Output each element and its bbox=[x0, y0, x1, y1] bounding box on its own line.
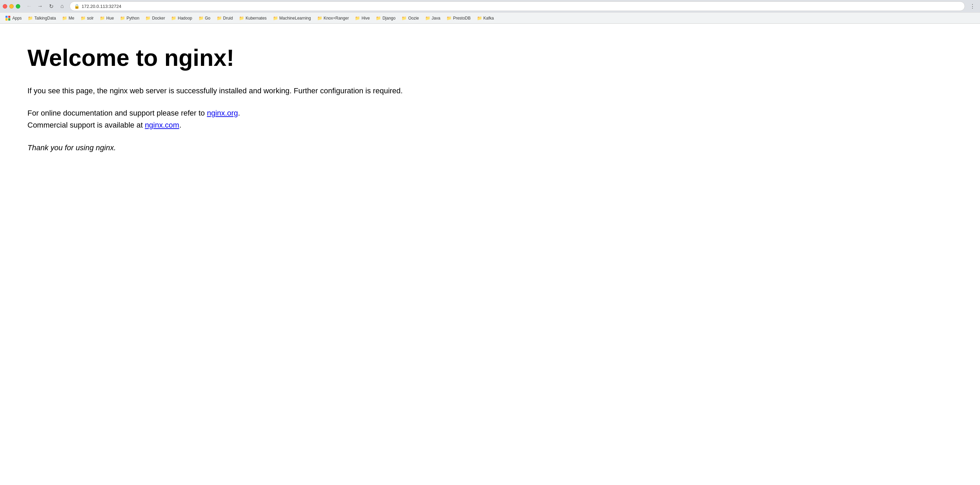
paragraph-2: For online documentation and support ple… bbox=[27, 107, 508, 131]
folder-icon: 📁 bbox=[199, 16, 204, 21]
bookmark-apps[interactable]: Apps bbox=[3, 14, 24, 22]
address-bar-container[interactable]: 🔒 bbox=[70, 2, 965, 11]
reload-button[interactable]: ↻ bbox=[46, 2, 56, 11]
bookmark-label: Hive bbox=[361, 16, 370, 21]
bookmark-knox-ranger[interactable]: 📁 Knox+Ranger bbox=[315, 14, 352, 22]
bookmark-apps-label: Apps bbox=[12, 16, 22, 21]
bookmark-label: Kafka bbox=[484, 16, 494, 21]
bookmark-solr[interactable]: 📁 solr bbox=[78, 14, 96, 22]
bookmark-machinelearning[interactable]: 📁 MachineLearning bbox=[270, 14, 314, 22]
folder-icon: 📁 bbox=[239, 16, 244, 21]
security-icon: 🔒 bbox=[74, 4, 80, 9]
bookmark-label: Python bbox=[127, 16, 139, 21]
bookmark-python[interactable]: 📁 Python bbox=[117, 14, 142, 22]
nav-controls: ← → ↻ ⌂ bbox=[24, 2, 67, 11]
bookmark-docker[interactable]: 📁 Docker bbox=[143, 14, 168, 22]
close-button[interactable] bbox=[3, 4, 7, 9]
folder-icon: 📁 bbox=[425, 16, 430, 21]
page-content: Welcome to nginx! If you see this page, … bbox=[0, 24, 980, 485]
folder-icon: 📁 bbox=[401, 16, 407, 21]
bookmark-java[interactable]: 📁 Java bbox=[422, 14, 443, 22]
folder-icon: 📁 bbox=[477, 16, 482, 21]
nginx-com-link[interactable]: nginx.com bbox=[145, 121, 179, 129]
bookmark-go[interactable]: 📁 Go bbox=[196, 14, 213, 22]
minimize-button[interactable] bbox=[9, 4, 14, 9]
bookmark-label: PrestoDB bbox=[453, 16, 471, 21]
bookmark-label: TalkingData bbox=[34, 16, 56, 21]
folder-icon: 📁 bbox=[376, 16, 381, 21]
folder-icon: 📁 bbox=[273, 16, 278, 21]
bookmark-label: Druid bbox=[223, 16, 233, 21]
bookmark-label: Go bbox=[205, 16, 210, 21]
nginx-org-link[interactable]: nginx.org bbox=[207, 109, 238, 117]
folder-icon: 📁 bbox=[120, 16, 125, 21]
folder-icon: 📁 bbox=[81, 16, 86, 21]
browser-chrome: ← → ↻ ⌂ 🔒 ⋮ Apps 📁 TalkingData bbox=[0, 0, 980, 24]
folder-icon: 📁 bbox=[62, 16, 67, 21]
bookmark-kafka[interactable]: 📁 Kafka bbox=[474, 14, 497, 22]
folder-icon: 📁 bbox=[217, 16, 222, 21]
home-button[interactable]: ⌂ bbox=[57, 2, 67, 11]
bookmark-prestodb[interactable]: 📁 PrestoDB bbox=[444, 14, 473, 22]
traffic-lights bbox=[3, 4, 20, 9]
bookmark-label: Knox+Ranger bbox=[324, 16, 349, 21]
bookmark-hive[interactable]: 📁 Hive bbox=[352, 14, 372, 22]
bookmark-hadoop[interactable]: 📁 Hadoop bbox=[169, 14, 195, 22]
bookmark-label: Hadoop bbox=[178, 16, 192, 21]
folder-icon: 📁 bbox=[28, 16, 33, 21]
title-bar: ← → ↻ ⌂ 🔒 ⋮ bbox=[0, 0, 980, 12]
folder-icon: 📁 bbox=[317, 16, 322, 21]
folder-icon: 📁 bbox=[447, 16, 452, 21]
bookmark-label: solr bbox=[87, 16, 94, 21]
maximize-button[interactable] bbox=[16, 4, 20, 9]
bookmarks-bar: Apps 📁 TalkingData 📁 Me 📁 solr 📁 Hue 📁 P… bbox=[0, 12, 980, 23]
bookmark-me[interactable]: 📁 Me bbox=[59, 14, 77, 22]
paragraph-3: Thank you for using nginx. bbox=[27, 142, 508, 154]
bookmark-label: Java bbox=[432, 16, 440, 21]
bookmark-oozie[interactable]: 📁 Oozie bbox=[399, 14, 422, 22]
folder-icon: 📁 bbox=[355, 16, 360, 21]
search-button[interactable]: ⋮ bbox=[968, 2, 977, 11]
bookmark-django[interactable]: 📁 Django bbox=[373, 14, 398, 22]
bookmark-label: Oozie bbox=[408, 16, 419, 21]
paragraph-2-before: For online documentation and support ple… bbox=[27, 109, 207, 117]
paragraph-2-end: . bbox=[179, 121, 181, 129]
back-button[interactable]: ← bbox=[24, 2, 34, 11]
page-title: Welcome to nginx! bbox=[27, 44, 953, 71]
bookmark-kubernates[interactable]: 📁 Kubernates bbox=[236, 14, 269, 22]
bookmark-druid[interactable]: 📁 Druid bbox=[214, 14, 236, 22]
bookmark-label: Me bbox=[68, 16, 75, 21]
folder-icon: 📁 bbox=[145, 16, 151, 21]
bookmark-hue[interactable]: 📁 Hue bbox=[97, 14, 116, 22]
apps-grid-icon bbox=[5, 16, 10, 21]
bookmark-label: Django bbox=[382, 16, 395, 21]
bookmark-talkingdata[interactable]: 📁 TalkingData bbox=[25, 14, 59, 22]
forward-button[interactable]: → bbox=[35, 2, 45, 11]
folder-icon: 📁 bbox=[171, 16, 176, 21]
bookmark-label: Docker bbox=[152, 16, 165, 21]
address-bar[interactable] bbox=[82, 4, 961, 9]
bookmark-label: MachineLearning bbox=[280, 16, 311, 21]
bookmark-label: Kubernates bbox=[245, 16, 266, 21]
folder-icon: 📁 bbox=[100, 16, 105, 21]
bookmark-label: Hue bbox=[106, 16, 114, 21]
paragraph-1: If you see this page, the nginx web serv… bbox=[27, 85, 508, 97]
